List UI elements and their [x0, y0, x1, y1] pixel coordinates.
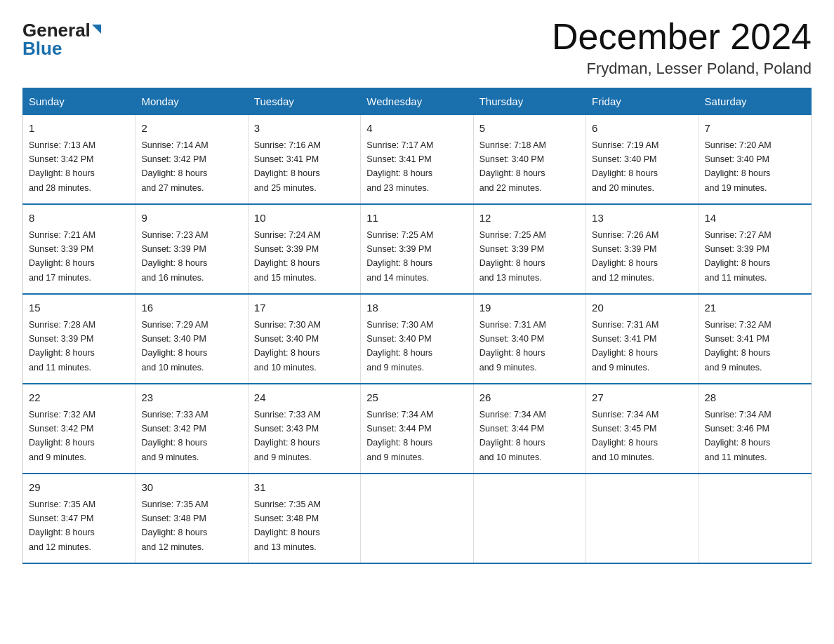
day-number: 9 — [141, 210, 241, 227]
table-row: 25Sunrise: 7:34 AMSunset: 3:44 PMDayligh… — [361, 384, 473, 474]
day-number: 31 — [254, 480, 355, 496]
table-row: 17Sunrise: 7:30 AMSunset: 3:40 PMDayligh… — [248, 294, 360, 384]
table-row: 23Sunrise: 7:33 AMSunset: 3:42 PMDayligh… — [135, 384, 248, 474]
calendar-table: Sunday Monday Tuesday Wednesday Thursday… — [22, 88, 812, 564]
table-row: 24Sunrise: 7:33 AMSunset: 3:43 PMDayligh… — [248, 384, 360, 474]
page-header: General Blue December 2024 Frydman, Less… — [22, 17, 812, 78]
table-row: 12Sunrise: 7:25 AMSunset: 3:39 PMDayligh… — [473, 204, 585, 294]
day-info: Sunrise: 7:35 AMSunset: 3:48 PMDaylight:… — [141, 499, 208, 552]
title-block: December 2024 Frydman, Lesser Poland, Po… — [552, 17, 812, 78]
table-row: 11Sunrise: 7:25 AMSunset: 3:39 PMDayligh… — [361, 204, 473, 294]
day-info: Sunrise: 7:25 AMSunset: 3:39 PMDaylight:… — [479, 230, 546, 283]
day-number: 7 — [705, 121, 805, 137]
day-number: 23 — [141, 390, 241, 406]
day-info: Sunrise: 7:24 AMSunset: 3:39 PMDaylight:… — [254, 230, 321, 283]
day-info: Sunrise: 7:32 AMSunset: 3:42 PMDaylight:… — [29, 410, 95, 462]
col-wednesday: Wednesday — [361, 88, 473, 115]
day-info: Sunrise: 7:30 AMSunset: 3:40 PMDaylight:… — [254, 320, 321, 373]
day-number: 8 — [29, 210, 129, 227]
table-row: 22Sunrise: 7:32 AMSunset: 3:42 PMDayligh… — [23, 384, 135, 474]
page-subtitle: Frydman, Lesser Poland, Poland — [552, 60, 812, 78]
day-number: 20 — [592, 300, 692, 316]
table-row: 21Sunrise: 7:32 AMSunset: 3:41 PMDayligh… — [699, 294, 811, 384]
table-row: 29Sunrise: 7:35 AMSunset: 3:47 PMDayligh… — [23, 474, 135, 563]
day-number: 1 — [29, 121, 129, 137]
day-info: Sunrise: 7:33 AMSunset: 3:42 PMDaylight:… — [141, 410, 208, 462]
table-row — [361, 474, 473, 563]
calendar-week-row: 1Sunrise: 7:13 AMSunset: 3:42 PMDaylight… — [23, 115, 812, 205]
table-row: 7Sunrise: 7:20 AMSunset: 3:40 PMDaylight… — [699, 115, 811, 205]
day-info: Sunrise: 7:31 AMSunset: 3:41 PMDaylight:… — [592, 320, 658, 373]
table-row: 16Sunrise: 7:29 AMSunset: 3:40 PMDayligh… — [135, 294, 248, 384]
table-row: 19Sunrise: 7:31 AMSunset: 3:40 PMDayligh… — [473, 294, 585, 384]
day-info: Sunrise: 7:19 AMSunset: 3:40 PMDaylight:… — [592, 140, 658, 193]
table-row: 30Sunrise: 7:35 AMSunset: 3:48 PMDayligh… — [135, 474, 248, 563]
day-number: 27 — [592, 390, 692, 406]
day-number: 5 — [479, 121, 580, 137]
day-info: Sunrise: 7:27 AMSunset: 3:39 PMDaylight:… — [705, 230, 772, 283]
day-info: Sunrise: 7:28 AMSunset: 3:39 PMDaylight:… — [29, 320, 95, 373]
day-info: Sunrise: 7:34 AMSunset: 3:45 PMDaylight:… — [592, 410, 658, 462]
day-info: Sunrise: 7:20 AMSunset: 3:40 PMDaylight:… — [705, 140, 772, 193]
day-number: 17 — [254, 300, 355, 316]
day-info: Sunrise: 7:21 AMSunset: 3:39 PMDaylight:… — [29, 230, 95, 283]
col-sunday: Sunday — [23, 88, 135, 115]
day-info: Sunrise: 7:33 AMSunset: 3:43 PMDaylight:… — [254, 410, 321, 462]
table-row: 13Sunrise: 7:26 AMSunset: 3:39 PMDayligh… — [586, 204, 699, 294]
day-number: 14 — [705, 210, 805, 227]
table-row — [586, 474, 699, 563]
calendar-header-row: Sunday Monday Tuesday Wednesday Thursday… — [23, 88, 812, 115]
day-number: 30 — [141, 480, 241, 496]
day-number: 19 — [479, 300, 580, 316]
day-number: 3 — [254, 121, 355, 137]
col-saturday: Saturday — [699, 88, 811, 115]
day-info: Sunrise: 7:16 AMSunset: 3:41 PMDaylight:… — [254, 140, 321, 193]
day-number: 6 — [592, 121, 692, 137]
day-number: 22 — [29, 390, 129, 406]
col-friday: Friday — [586, 88, 699, 115]
day-info: Sunrise: 7:34 AMSunset: 3:44 PMDaylight:… — [479, 410, 546, 462]
day-number: 15 — [29, 300, 129, 316]
table-row: 3Sunrise: 7:16 AMSunset: 3:41 PMDaylight… — [248, 115, 360, 205]
table-row: 27Sunrise: 7:34 AMSunset: 3:45 PMDayligh… — [586, 384, 699, 474]
table-row: 2Sunrise: 7:14 AMSunset: 3:42 PMDaylight… — [135, 115, 248, 205]
day-number: 24 — [254, 390, 355, 406]
calendar-week-row: 15Sunrise: 7:28 AMSunset: 3:39 PMDayligh… — [23, 294, 812, 384]
day-info: Sunrise: 7:25 AMSunset: 3:39 PMDaylight:… — [366, 230, 433, 283]
table-row: 4Sunrise: 7:17 AMSunset: 3:41 PMDaylight… — [361, 115, 473, 205]
day-info: Sunrise: 7:35 AMSunset: 3:47 PMDaylight:… — [29, 499, 95, 552]
day-info: Sunrise: 7:29 AMSunset: 3:40 PMDaylight:… — [141, 320, 208, 373]
table-row: 6Sunrise: 7:19 AMSunset: 3:40 PMDaylight… — [586, 115, 699, 205]
calendar-week-row: 29Sunrise: 7:35 AMSunset: 3:47 PMDayligh… — [23, 474, 812, 563]
table-row: 20Sunrise: 7:31 AMSunset: 3:41 PMDayligh… — [586, 294, 699, 384]
table-row — [473, 474, 585, 563]
col-monday: Monday — [135, 88, 248, 115]
day-info: Sunrise: 7:32 AMSunset: 3:41 PMDaylight:… — [705, 320, 772, 373]
table-row: 31Sunrise: 7:35 AMSunset: 3:48 PMDayligh… — [248, 474, 360, 563]
logo-arrow-icon — [92, 25, 101, 34]
day-number: 13 — [592, 210, 692, 227]
table-row: 9Sunrise: 7:23 AMSunset: 3:39 PMDaylight… — [135, 204, 248, 294]
table-row: 26Sunrise: 7:34 AMSunset: 3:44 PMDayligh… — [473, 384, 585, 474]
day-number: 18 — [366, 300, 467, 316]
table-row: 14Sunrise: 7:27 AMSunset: 3:39 PMDayligh… — [699, 204, 811, 294]
table-row: 15Sunrise: 7:28 AMSunset: 3:39 PMDayligh… — [23, 294, 135, 384]
table-row: 1Sunrise: 7:13 AMSunset: 3:42 PMDaylight… — [23, 115, 135, 205]
day-number: 26 — [479, 390, 580, 406]
calendar-week-row: 8Sunrise: 7:21 AMSunset: 3:39 PMDaylight… — [23, 204, 812, 294]
day-info: Sunrise: 7:34 AMSunset: 3:46 PMDaylight:… — [705, 410, 772, 462]
day-info: Sunrise: 7:34 AMSunset: 3:44 PMDaylight:… — [366, 410, 433, 462]
table-row: 18Sunrise: 7:30 AMSunset: 3:40 PMDayligh… — [361, 294, 473, 384]
day-number: 28 — [705, 390, 805, 406]
table-row: 28Sunrise: 7:34 AMSunset: 3:46 PMDayligh… — [699, 384, 811, 474]
day-number: 12 — [479, 210, 580, 227]
day-number: 2 — [141, 121, 241, 137]
day-number: 10 — [254, 210, 355, 227]
day-number: 29 — [29, 480, 129, 496]
col-tuesday: Tuesday — [248, 88, 360, 115]
table-row: 10Sunrise: 7:24 AMSunset: 3:39 PMDayligh… — [248, 204, 360, 294]
day-info: Sunrise: 7:30 AMSunset: 3:40 PMDaylight:… — [366, 320, 433, 373]
day-info: Sunrise: 7:23 AMSunset: 3:39 PMDaylight:… — [141, 230, 208, 283]
day-info: Sunrise: 7:35 AMSunset: 3:48 PMDaylight:… — [254, 499, 321, 552]
day-number: 11 — [366, 210, 467, 227]
